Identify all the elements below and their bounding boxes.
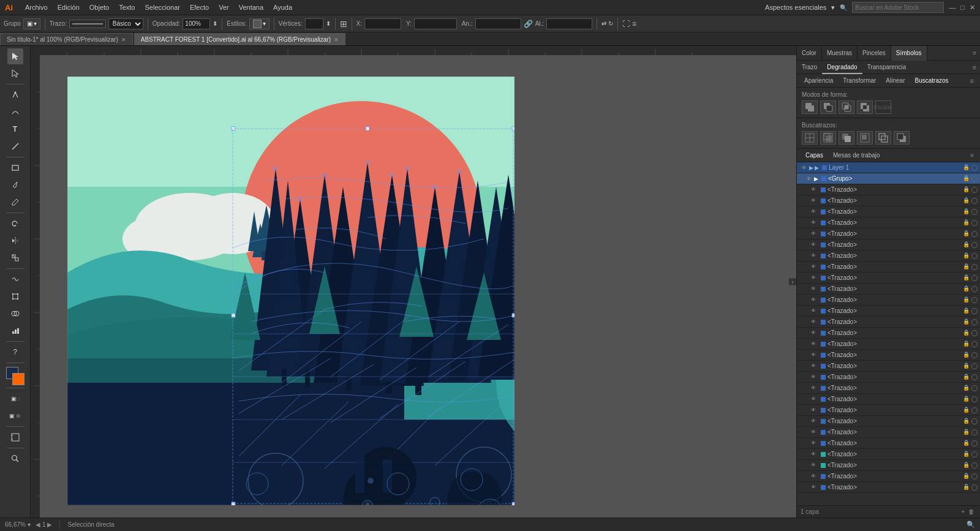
al-input[interactable]: 1399.99 px bbox=[546, 18, 592, 29]
estilos-btn[interactable]: ▾ bbox=[249, 18, 270, 29]
layers-delete-btn[interactable]: 🗑 bbox=[968, 508, 974, 515]
trazado-lock[interactable]: 🔒 bbox=[963, 307, 970, 315]
x-input[interactable]: 700 px bbox=[364, 18, 401, 29]
tab-2[interactable]: ABSTRACT FOREST 1 [Convertido].ai al 66,… bbox=[134, 33, 345, 45]
trazado-eye[interactable]: 👁 bbox=[809, 252, 818, 260]
layer-item-trazado[interactable]: 👁 <Trazado> 🔒 bbox=[797, 427, 980, 438]
layer-item-trazado[interactable]: 👁 <Trazado> 🔒 bbox=[797, 460, 980, 471]
tab-1-close[interactable]: ✕ bbox=[121, 37, 126, 43]
trazado-lock[interactable]: 🔒 bbox=[963, 374, 970, 381]
trazado-eye[interactable]: 👁 bbox=[809, 417, 818, 426]
layer-item-trazado[interactable]: 👁 <Trazado> 🔒 bbox=[797, 273, 980, 284]
fill-none-swap[interactable]: ▣ ⊗ bbox=[7, 408, 23, 424]
menu-efecto[interactable]: Efecto bbox=[185, 0, 214, 15]
shape-exclude-btn[interactable] bbox=[857, 100, 873, 114]
canvas-area[interactable]: › bbox=[31, 46, 796, 518]
trazado-eye[interactable]: 👁 bbox=[809, 373, 818, 382]
trazado-lock[interactable]: 🔒 bbox=[963, 440, 970, 447]
transform-icons[interactable]: ⇄ ↻ bbox=[601, 20, 613, 27]
trazado-eye[interactable]: 👁 bbox=[809, 340, 818, 348]
minimize-btn[interactable]: — bbox=[949, 4, 956, 11]
panel-tab-simbolos[interactable]: Símbolos bbox=[891, 46, 927, 61]
prop-tab-transformar[interactable]: Transformar bbox=[838, 74, 881, 88]
layer-item-trazado[interactable]: 👁 <Trazado> 🔒 bbox=[797, 250, 980, 262]
trazado-lock[interactable]: 🔒 bbox=[963, 407, 970, 414]
panel-tab-color[interactable]: Color bbox=[797, 46, 822, 61]
trazado-lock[interactable]: 🔒 bbox=[963, 263, 970, 271]
trazado-eye[interactable]: 👁 bbox=[809, 318, 818, 326]
layer-item-trazado[interactable]: 👁 <Trazado> 🔒 bbox=[797, 482, 980, 493]
trazado-eye[interactable]: 👁 bbox=[809, 472, 818, 481]
layer-item-trazado[interactable]: 👁 <Trazado> 🔒 bbox=[797, 339, 980, 350]
trazado-lock[interactable]: 🔒 bbox=[963, 241, 970, 249]
trazado-eye[interactable]: 👁 bbox=[809, 362, 818, 371]
trazado-eye[interactable]: 👁 bbox=[809, 329, 818, 337]
layer-item-trazado[interactable]: 👁 <Trazado> 🔒 bbox=[797, 295, 980, 306]
tool-rectangle[interactable] bbox=[7, 160, 23, 176]
fullscreen-btn[interactable]: ⛶ bbox=[622, 20, 630, 28]
trazado-lock[interactable]: 🔒 bbox=[963, 296, 970, 304]
arrange-btn[interactable]: ≡ bbox=[632, 20, 636, 28]
sub-panel-collapse[interactable]: ≡ bbox=[969, 64, 980, 71]
trazado-eye[interactable]: 👁 bbox=[809, 450, 818, 459]
nav-prev-btn[interactable]: ◀ bbox=[36, 521, 40, 528]
trazado-lock[interactable]: 🔒 bbox=[963, 462, 970, 469]
prop-panel-collapse[interactable]: ≡ bbox=[967, 77, 978, 85]
tool-scale[interactable] bbox=[7, 250, 23, 266]
layer-item-trazado[interactable]: 👁 <Trazado> 🔒 bbox=[797, 284, 980, 295]
shape-intersect-btn[interactable] bbox=[839, 100, 854, 114]
layer-item-trazado[interactable]: 👁 <Trazado> 🔒 bbox=[797, 416, 980, 427]
artboard[interactable] bbox=[67, 77, 514, 505]
stock-search-input[interactable] bbox=[852, 2, 944, 13]
tool-zoom[interactable] bbox=[7, 451, 23, 467]
layer-item-trazado[interactable]: 👁 <Trazado> 🔒 bbox=[797, 206, 980, 217]
tool-shape-builder[interactable] bbox=[7, 306, 23, 322]
layer-item-trazado[interactable]: 👁 <Trazado> 🔒 bbox=[797, 217, 980, 228]
trazado-lock[interactable]: 🔒 bbox=[963, 230, 970, 238]
sub-tab-trazo[interactable]: Trazo bbox=[797, 61, 822, 74]
layer-item-layer1[interactable]: 👁 ▶ ▶ Layer 1 🔒 bbox=[797, 162, 980, 173]
tool-warp[interactable] bbox=[7, 271, 23, 287]
tool-pen[interactable] bbox=[7, 87, 23, 103]
align-icons-1[interactable]: ⊞ bbox=[340, 19, 347, 29]
color-boxes-wrap[interactable] bbox=[6, 367, 24, 385]
trazado-lock[interactable]: 🔒 bbox=[963, 330, 970, 337]
trazado-lock[interactable]: 🔒 bbox=[963, 197, 970, 205]
tool-rotate[interactable] bbox=[7, 216, 23, 232]
trazo-select[interactable]: Básico bbox=[108, 18, 143, 29]
layer-eye-grupo[interactable]: 👁 bbox=[804, 175, 813, 183]
tool-line[interactable] bbox=[7, 138, 23, 154]
layer-item-trazado[interactable]: 👁 <Trazado> 🔒 bbox=[797, 383, 980, 394]
trazado-eye[interactable]: 👁 bbox=[809, 461, 818, 470]
trazado-eye[interactable]: 👁 bbox=[809, 219, 818, 227]
layer-item-grupo[interactable]: 👁 ▶ <Grupo> 🔒 bbox=[797, 173, 980, 184]
layer-item-trazado[interactable]: 👁 <Trazado> 🔒 bbox=[797, 239, 980, 250]
trazado-eye[interactable]: 👁 bbox=[809, 263, 818, 271]
trazado-lock[interactable]: 🔒 bbox=[963, 396, 970, 403]
trazado-lock[interactable]: 🔒 bbox=[963, 429, 970, 436]
link-proportions[interactable]: 🔗 bbox=[524, 20, 533, 28]
trazado-lock[interactable]: 🔒 bbox=[963, 418, 970, 425]
trazado-eye[interactable]: 👁 bbox=[809, 186, 818, 194]
trazado-lock[interactable]: 🔒 bbox=[963, 341, 970, 348]
sub-tab-transparencia[interactable]: Transparencia bbox=[862, 61, 911, 74]
close-btn[interactable]: ✕ bbox=[970, 4, 975, 12]
layer-item-trazado[interactable]: 👁 <Trazado> 🔒 bbox=[797, 184, 980, 195]
layer-item-trazado[interactable]: 👁 <Trazado> 🔒 bbox=[797, 262, 980, 273]
layers-list[interactable]: 👁 ▶ ▶ Layer 1 🔒 👁 ▶ <Grupo> 🔒 👁 < bbox=[797, 162, 980, 505]
trazado-lock[interactable]: 🔒 bbox=[963, 385, 970, 392]
trazado-eye[interactable]: 👁 bbox=[809, 406, 818, 415]
layers-tab-mesas[interactable]: Mesas de trabajo bbox=[828, 149, 885, 162]
layer-grupo-expand[interactable]: ▶ bbox=[814, 176, 818, 182]
menu-texto[interactable]: Texto bbox=[114, 0, 140, 15]
trazado-lock[interactable]: 🔒 bbox=[963, 186, 970, 194]
layers-menu-btn[interactable]: ≡ bbox=[968, 152, 976, 159]
trazado-lock[interactable]: 🔒 bbox=[963, 352, 970, 359]
search-stock-btn[interactable]: 🔍 bbox=[967, 521, 975, 529]
shape-unite-btn[interactable] bbox=[802, 100, 818, 114]
trazado-eye[interactable]: 👁 bbox=[809, 428, 818, 437]
layers-add-btn[interactable]: + bbox=[961, 508, 965, 515]
bt-minus-back[interactable] bbox=[894, 131, 910, 145]
shape-minus-front-btn[interactable] bbox=[820, 100, 836, 114]
panel-tab-muestras[interactable]: Muestras bbox=[822, 46, 858, 61]
